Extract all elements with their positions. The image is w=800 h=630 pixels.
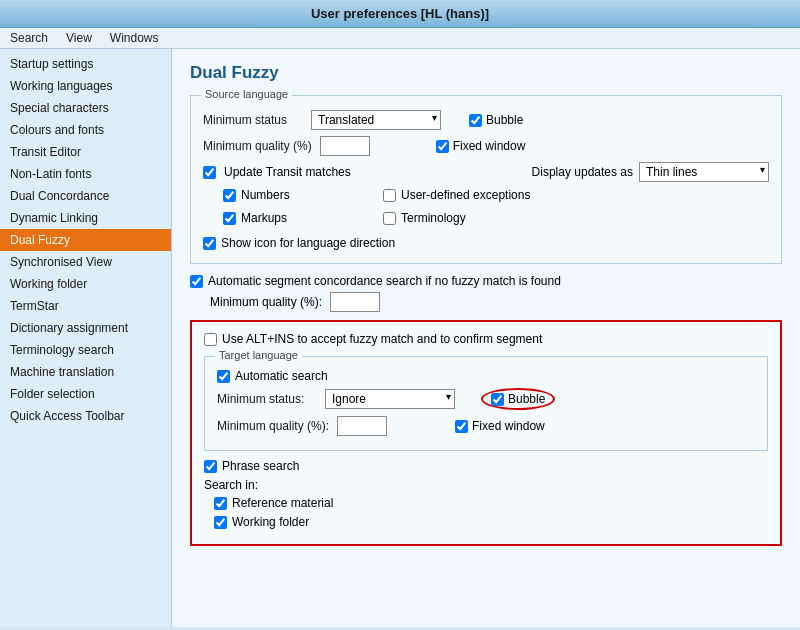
show-icon-label: Show icon for language direction [221,236,395,250]
target-fixed-window-checkbox[interactable] [455,420,468,433]
alt-ins-label: Use ALT+INS to accept fuzzy match and to… [222,332,542,346]
ref-material-row: Reference material [214,496,768,510]
markups-label: Markups [241,211,287,225]
sidebar-item-special-characters[interactable]: Special characters [0,97,171,119]
search-in-section: Search in: Reference material Working fo… [204,478,768,529]
target-bubble-label: Bubble [508,392,545,406]
sidebar-item-working-languages[interactable]: Working languages [0,75,171,97]
update-transit-checkbox[interactable] [203,166,216,179]
sidebar-item-dual-fuzzy[interactable]: Dual Fuzzy [0,229,171,251]
terminology-row: Terminology [383,211,769,225]
target-min-status-row: Minimum status: Ignore Translated Checke… [217,388,755,410]
target-bubble-checkbox[interactable] [491,393,504,406]
target-auto-search-label: Automatic search [235,369,328,383]
min-quality-input[interactable]: 70 [320,136,370,156]
target-min-status-select[interactable]: Ignore Translated Checked [325,389,455,409]
min-status-label: Minimum status [203,113,303,127]
sidebar-item-synchronised-view[interactable]: Synchronised View [0,251,171,273]
terminology-label: Terminology [401,211,466,225]
display-updates-wrapper[interactable]: Thin lines Bold lines None [639,162,769,182]
min-quality-label: Minimum quality (%) [203,139,312,153]
sidebar-item-dual-concordance[interactable]: Dual Concordance [0,185,171,207]
target-lang-legend: Target language [215,349,302,361]
min-quality-row: Minimum quality (%) 70 Fixed window [203,136,769,156]
auto-search-quality-label: Minimum quality (%): [210,295,322,309]
source-lang-legend: Source language [201,88,292,100]
target-min-quality-row: Minimum quality (%): 70 Fixed window [217,416,755,436]
auto-search-checkbox[interactable] [190,275,203,288]
sidebar-item-termstar[interactable]: TermStar [0,295,171,317]
title-bar: User preferences [HL (hans)] [0,0,800,28]
target-auto-search-checkbox[interactable] [217,370,230,383]
markups-row: Markups [223,211,383,225]
bubble-highlight: Bubble [481,388,555,410]
user-defined-label: User-defined exceptions [401,188,530,202]
source-language-group: Source language Minimum status Translate… [190,95,782,264]
user-defined-row: User-defined exceptions [383,188,769,202]
numbers-checkbox[interactable] [223,189,236,202]
menu-windows[interactable]: Windows [108,30,161,46]
user-defined-checkbox[interactable] [383,189,396,202]
update-transit-row: Update Transit matches Display updates a… [203,162,769,182]
fixed-window-checkbox[interactable] [436,140,449,153]
phrase-search-row: Phrase search [204,459,768,473]
menu-bar: Search View Windows [0,28,800,49]
working-folder-checkbox[interactable] [214,516,227,529]
red-border-section: Use ALT+INS to accept fuzzy match and to… [190,320,782,546]
target-min-quality-input[interactable]: 70 [337,416,387,436]
ref-material-label: Reference material [232,496,333,510]
window-title: User preferences [HL (hans)] [311,6,489,21]
sidebar-item-dynamic-linking[interactable]: Dynamic Linking [0,207,171,229]
target-min-status-wrapper[interactable]: Ignore Translated Checked [325,389,455,409]
sidebar-item-working-folder[interactable]: Working folder [0,273,171,295]
sidebar: Startup settings Working languages Speci… [0,49,172,627]
phrase-search-label: Phrase search [222,459,299,473]
target-language-group: Target language Automatic search Minimum… [204,356,768,451]
show-icon-row: Show icon for language direction [203,236,769,250]
target-min-quality-label: Minimum quality (%): [217,419,329,433]
min-status-row: Minimum status Translated Checked Releas… [203,110,769,130]
fixed-window-label: Fixed window [453,139,526,153]
display-updates-select[interactable]: Thin lines Bold lines None [639,162,769,182]
sidebar-item-dictionary-assignment[interactable]: Dictionary assignment [0,317,171,339]
auto-search-quality-input[interactable]: 90 [330,292,380,312]
target-fixed-window-label: Fixed window [472,419,545,433]
main-container: Startup settings Working languages Speci… [0,49,800,627]
display-updates-label: Display updates as [532,165,633,179]
min-status-select[interactable]: Translated Checked Released [311,110,441,130]
alt-ins-checkbox[interactable] [204,333,217,346]
terminology-checkbox[interactable] [383,212,396,225]
checkboxes-section: Numbers User-defined exceptions Markups … [223,188,769,230]
auto-search-row: Automatic segment concordance search if … [190,274,782,288]
sidebar-item-non-latin[interactable]: Non-Latin fonts [0,163,171,185]
working-folder-row: Working folder [214,515,768,529]
show-icon-checkbox[interactable] [203,237,216,250]
working-folder-label: Working folder [232,515,309,529]
numbers-row: Numbers [223,188,383,202]
bubble-checkbox[interactable] [469,114,482,127]
sidebar-item-machine-translation[interactable]: Machine translation [0,361,171,383]
ref-material-checkbox[interactable] [214,497,227,510]
min-status-dropdown-wrapper[interactable]: Translated Checked Released [311,110,441,130]
target-auto-search-row: Automatic search [217,369,755,383]
sidebar-item-colours-fonts[interactable]: Colours and fonts [0,119,171,141]
menu-search[interactable]: Search [8,30,50,46]
menu-view[interactable]: View [64,30,94,46]
content-area: Dual Fuzzy Source language Minimum statu… [172,49,800,627]
auto-search-label: Automatic segment concordance search if … [208,274,561,288]
update-transit-label: Update Transit matches [224,165,351,179]
auto-search-quality-row: Minimum quality (%): 90 [210,292,782,312]
phrase-search-checkbox[interactable] [204,460,217,473]
sidebar-item-startup[interactable]: Startup settings [0,53,171,75]
sidebar-item-transit-editor[interactable]: Transit Editor [0,141,171,163]
bubble-label: Bubble [486,113,523,127]
sidebar-item-quick-access[interactable]: Quick Access Toolbar [0,405,171,427]
sidebar-item-folder-selection[interactable]: Folder selection [0,383,171,405]
alt-ins-row: Use ALT+INS to accept fuzzy match and to… [204,332,768,346]
sidebar-item-terminology-search[interactable]: Terminology search [0,339,171,361]
target-min-status-label: Minimum status: [217,392,317,406]
markups-checkbox[interactable] [223,212,236,225]
numbers-label: Numbers [241,188,290,202]
search-in-label: Search in: [204,478,258,492]
content-title: Dual Fuzzy [190,63,782,83]
